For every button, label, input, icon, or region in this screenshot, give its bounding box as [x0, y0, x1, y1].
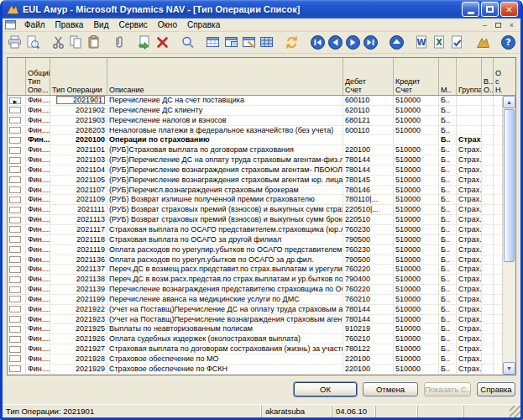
cell-kredit[interactable]: 510000: [394, 334, 439, 344]
next-record-icon[interactable]: [344, 34, 362, 52]
focused-cell[interactable]: 2021901: [56, 96, 105, 104]
cell-m[interactable]: Б..: [439, 165, 457, 175]
cell-tip[interactable]: 2021118: [50, 235, 107, 244]
table-row[interactable]: Фин....2021925Выплаты по неавторизованны…: [8, 324, 502, 334]
table-row[interactable]: Фин....2021903Перечисление налогов и взн…: [8, 116, 502, 126]
cell-obshiy[interactable]: Фин....: [26, 225, 50, 234]
cell-tip[interactable]: 2021113: [50, 215, 107, 224]
export-excel-icon[interactable]: X: [431, 34, 448, 52]
table-row[interactable]: Фин....2021117Страховая выплата по ОСАГО…: [8, 225, 502, 235]
cell-gruppa[interactable]: Страх...: [457, 354, 482, 364]
cell-vo[interactable]: [482, 225, 494, 234]
cell-kredit[interactable]: 510000: [394, 255, 439, 265]
cell-vo[interactable]: [482, 145, 494, 155]
table-row[interactable]: Фин....2021111(РУБ) Возврат страховых пр…: [8, 205, 502, 215]
table-row[interactable]: Фин....2021109(РУБ) Возврат излишне полу…: [8, 195, 502, 205]
cell-obshiy[interactable]: Фин....: [26, 285, 50, 294]
cell-kredit[interactable]: 510000: [394, 96, 439, 105]
cell-obshiy[interactable]: Фин....: [26, 235, 50, 244]
cell-osn[interactable]: [494, 215, 502, 224]
cell-m[interactable]: Б..: [439, 106, 457, 115]
cell-kredit[interactable]: 510000: [394, 324, 439, 333]
cell-osn[interactable]: [494, 354, 502, 364]
table-row[interactable]: ▶Фин....2021901Перечисление ДС на счет п…: [8, 96, 502, 106]
cell-gruppa[interactable]: Страх...: [457, 334, 482, 344]
cell-debet[interactable]: 790500: [343, 255, 394, 265]
header-debit-account[interactable]: Дебет Счет: [343, 58, 394, 95]
cell-m[interactable]: Б..: [439, 195, 457, 204]
attachment-icon[interactable]: [110, 34, 128, 52]
row-selector[interactable]: [8, 135, 26, 144]
row-selector[interactable]: [8, 324, 26, 333]
menu-tools[interactable]: Сервис: [113, 19, 152, 30]
cell-kredit[interactable]: 510000: [394, 195, 439, 204]
cell-obshiy[interactable]: Фин....: [26, 295, 50, 304]
cell-debet[interactable]: 760210: [343, 295, 394, 304]
table-row[interactable]: Фин....2021137Переч.ДС в возмещ.расх.пре…: [8, 265, 502, 275]
cell-kredit[interactable]: 510000: [394, 265, 439, 274]
table-row[interactable]: Фин....2021927Страховая выплата по догов…: [8, 344, 502, 354]
cell-tip[interactable]: 2021199: [50, 295, 107, 304]
row-selector[interactable]: [8, 275, 26, 284]
cell-gruppa[interactable]: Страх...: [457, 205, 482, 214]
row-selector[interactable]: [8, 245, 26, 255]
cell-vo[interactable]: [482, 285, 494, 294]
cell-kredit[interactable]: 510000: [394, 215, 439, 224]
header-vo[interactable]: В... О...: [482, 58, 494, 95]
cell-opis[interactable]: Операции по страхованию: [107, 135, 343, 144]
cell-m[interactable]: Б..: [439, 334, 457, 344]
cell-m[interactable]: Б..: [439, 225, 457, 234]
cell-vo[interactable]: [482, 205, 494, 214]
cell-gruppa[interactable]: Страх...: [457, 275, 482, 284]
menu-file[interactable]: Файл: [19, 19, 50, 30]
cell-obshiy[interactable]: Фин....: [26, 354, 50, 364]
cancel-button[interactable]: Отмена: [363, 382, 418, 396]
table-row[interactable]: Фин....2021138Переч.ДС в возм.расх.предс…: [8, 275, 502, 285]
row-selector[interactable]: [8, 354, 26, 364]
cell-tip[interactable]: 2021139: [50, 285, 107, 294]
cell-osn[interactable]: [494, 315, 502, 324]
cell-tip[interactable]: 2021117: [50, 225, 107, 234]
row-selector[interactable]: [8, 155, 26, 165]
cell-kredit[interactable]: 510000: [394, 295, 439, 304]
cell-gruppa[interactable]: Страх...: [457, 285, 482, 294]
cell-obshiy[interactable]: Фин....: [26, 106, 50, 115]
cell-gruppa[interactable]: Страх...: [457, 165, 482, 175]
cell-opis[interactable]: Переч.ДС в возм.расх.представ.по страх.в…: [107, 275, 343, 284]
row-selector[interactable]: [8, 195, 26, 204]
cell-opis[interactable]: Перечисление вознаграждения представител…: [107, 285, 343, 294]
cell-opis[interactable]: Страховое обеспечение по МО: [107, 354, 343, 364]
cell-kredit[interactable]: 510000: [394, 186, 439, 195]
cell-osn[interactable]: [494, 265, 502, 274]
cell-debet[interactable]: 620110: [343, 106, 394, 115]
cell-osn[interactable]: [494, 334, 502, 344]
cell-vo[interactable]: [482, 116, 494, 125]
cell-debet[interactable]: 780144: [343, 165, 394, 175]
row-selector[interactable]: [8, 165, 26, 175]
cell-kredit[interactable]: 510000: [394, 235, 439, 244]
cell-vo[interactable]: [482, 295, 494, 304]
cell-tip[interactable]: 2021137: [50, 265, 107, 274]
cell-debet[interactable]: 600110: [343, 126, 394, 135]
cell-opis[interactable]: Оплата расходов по урегулир.убытков по О…: [107, 245, 343, 255]
cell-opis[interactable]: Переч.ДС в возмещ.расх.представит.по стр…: [107, 265, 343, 274]
header-general-type[interactable]: Общий Тип Опе...: [26, 58, 50, 95]
row-selector[interactable]: [8, 295, 26, 304]
cell-tip[interactable]: 2021928: [50, 354, 107, 364]
cell-osn[interactable]: [494, 245, 502, 255]
cell-kredit[interactable]: 510000: [394, 145, 439, 155]
cell-obshiy[interactable]: Фин....: [26, 324, 50, 333]
delete-icon[interactable]: [154, 34, 171, 52]
form-icon[interactable]: [5, 20, 16, 29]
cell-m[interactable]: Б..: [439, 265, 457, 274]
cell-obshiy[interactable]: Фин....: [26, 205, 50, 214]
cell-vo[interactable]: [482, 315, 494, 324]
cell-osn[interactable]: [494, 145, 502, 155]
cell-opis[interactable]: (РУБ)Перечисление вознаграждения страхов…: [107, 165, 343, 175]
row-selector[interactable]: [8, 186, 26, 195]
cell-debet[interactable]: 760220: [343, 265, 394, 274]
refresh-icon[interactable]: [283, 34, 301, 52]
cell-vo[interactable]: [482, 195, 494, 204]
cell-m[interactable]: Б..: [439, 344, 457, 354]
cell-tip[interactable]: 2021111: [50, 205, 107, 214]
